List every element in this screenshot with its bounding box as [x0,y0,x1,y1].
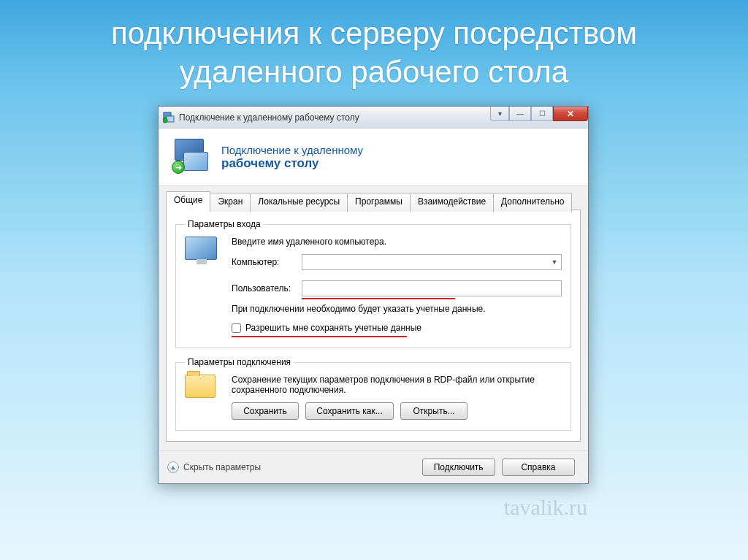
rdp-dialog: Подключение к удаленному рабочему столу … [158,106,589,484]
hide-parameters-link[interactable]: ▲ Скрыть параметры [167,461,261,473]
watermark: tavalik.ru [504,495,587,520]
folder-icon [185,375,224,420]
tab-local-resources[interactable]: Локальные ресурсы [250,193,348,212]
computer-combobox[interactable]: ▼ [302,254,562,270]
params-legend: Параметры подключения [185,357,294,367]
minimize-button[interactable]: — [509,107,531,121]
rdp-banner-icon: ➜ [172,139,211,175]
user-label: Пользователь: [232,283,302,294]
tab-programs[interactable]: Программы [347,193,411,212]
save-credentials-label: Разрешить мне сохранять учетные данные [245,323,421,333]
connection-params-group: Параметры подключения Сохранение текущих… [175,357,571,431]
slide-title: подключения к серверу посредством удален… [0,0,748,99]
user-field[interactable] [302,280,562,296]
save-as-button[interactable]: Сохранить как... [305,402,393,420]
titlebar[interactable]: Подключение к удаленному рабочему столу … [159,107,588,129]
save-credentials-checkbox[interactable] [232,323,241,333]
dialog-footer: ▲ Скрыть параметры Подключить Справка [159,450,588,483]
svg-point-2 [163,118,167,122]
chevron-down-icon: ▼ [548,255,561,269]
computer-label: Компьютер: [232,257,302,267]
tab-general[interactable]: Общие [166,191,210,210]
window-title: Подключение к удаленному рабочему столу [179,112,359,123]
login-legend: Параметры входа [185,219,264,229]
banner: ➜ Подключение к удаленному рабочему стол… [159,129,588,186]
tab-experience[interactable]: Взаимодействие [410,193,494,212]
credentials-note: При подключении необходимо будет указать… [232,304,562,314]
maximize-button[interactable]: ☐ [531,107,553,121]
tabs: Общие Экран Локальные ресурсы Программы … [166,191,581,210]
chevron-up-icon: ▲ [167,461,179,473]
highlight-line-user [302,298,455,299]
save-button[interactable]: Сохранить [232,402,299,420]
login-instruction: Введите имя удаленного компьютера. [232,237,562,247]
tab-panel-general: Параметры входа Введите имя удаленного к… [166,210,581,442]
help-button[interactable]: Справка [502,459,575,476]
highlight-line-checkbox [232,336,407,337]
window-controls: ▾ — ☐ ✕ [490,107,588,121]
tab-display[interactable]: Экран [210,193,251,212]
banner-line2: рабочему столу [221,156,363,171]
connect-button[interactable]: Подключить [422,459,495,476]
login-group: Параметры входа Введите имя удаленного к… [175,219,571,348]
params-description: Сохранение текущих параметров подключени… [232,375,562,395]
open-button[interactable]: Открыть... [400,402,468,420]
banner-line1: Подключение к удаленному [221,144,363,156]
rdp-app-icon [163,112,175,123]
computer-icon [185,237,224,337]
titlebar-dropdown-button[interactable]: ▾ [490,107,509,121]
tab-advanced[interactable]: Дополнительно [493,193,572,212]
close-button[interactable]: ✕ [553,107,588,121]
